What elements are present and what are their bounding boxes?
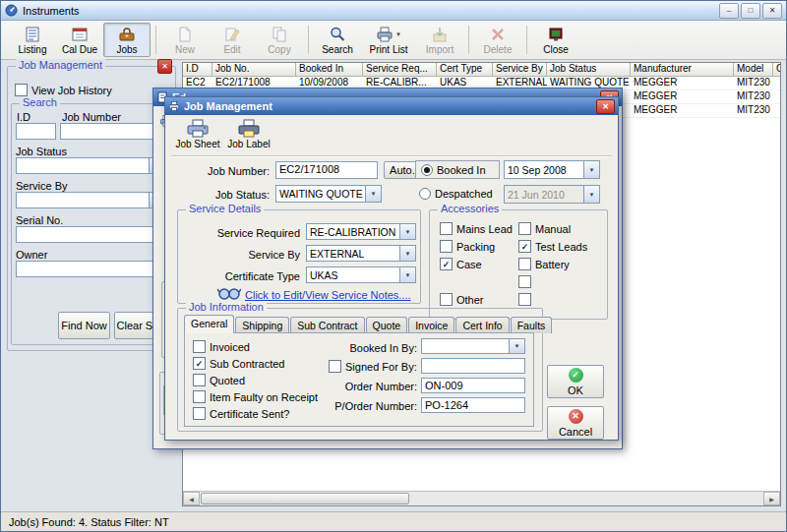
invoiced-checkbox[interactable]: Invoiced — [193, 340, 250, 353]
test-leads-checkbox[interactable]: ✓Test Leads — [518, 240, 587, 253]
tab-faults[interactable]: Faults — [511, 317, 553, 333]
quoted-box[interactable] — [193, 374, 206, 386]
copy-button[interactable]: Copy — [256, 23, 303, 57]
certificate-sent-box[interactable] — [193, 407, 206, 420]
col-header[interactable]: Service By — [493, 63, 547, 77]
porder-number-input[interactable]: PO-1264 — [421, 397, 525, 413]
order-number-input[interactable]: ON-009 — [421, 378, 525, 393]
col-header[interactable]: Job No. — [212, 63, 296, 77]
cal-due-button[interactable]: Cal Due — [56, 23, 103, 57]
col-header[interactable]: Model — [734, 63, 773, 77]
despatched-radio[interactable]: Despatched — [419, 188, 493, 200]
view-job-history-box[interactable] — [15, 84, 28, 96]
item-faulty-box[interactable] — [193, 390, 206, 403]
dropdown-arrow-icon[interactable]: ▼ — [583, 161, 599, 178]
despatched-radio-dot[interactable] — [419, 188, 431, 200]
find-now-button[interactable]: Find Now — [58, 312, 110, 339]
tab-cert-info[interactable]: Cert Info — [455, 317, 509, 333]
tab-sub-contract[interactable]: Sub Contract — [290, 317, 364, 333]
col-header[interactable]: I.D — [183, 63, 212, 77]
scroll-left-icon[interactable]: ◀ — [183, 492, 200, 505]
tab-general[interactable]: General — [184, 315, 234, 333]
close-toolbar-button[interactable]: Close — [532, 23, 579, 57]
dialog-close-button[interactable]: ✕ — [596, 99, 615, 114]
new-button[interactable]: New — [161, 23, 209, 57]
blank-checkbox[interactable] — [518, 275, 531, 288]
ok-button[interactable]: ✓ OK — [547, 365, 604, 398]
booked-in-date-combo[interactable]: 10 Sep 2008 ▼ — [504, 160, 600, 179]
blank-box[interactable] — [518, 293, 531, 306]
blank-checkbox[interactable] — [518, 293, 531, 306]
mains-lead-checkbox[interactable]: Mains Lead — [440, 222, 513, 235]
col-header[interactable]: Booked In — [296, 63, 363, 77]
dlg-job-status-combo[interactable]: WAITING QUOTE ▼ — [275, 185, 382, 203]
case-checkbox[interactable]: ✓Case — [440, 258, 482, 270]
panel-close-button[interactable]: ✕ — [157, 59, 172, 74]
invoiced-box[interactable] — [193, 340, 206, 353]
scrollbar-thumb[interactable] — [201, 493, 409, 504]
packing-box[interactable] — [440, 240, 453, 253]
col-header[interactable]: Job Status — [547, 63, 631, 77]
listing-button[interactable]: Listing — [9, 23, 56, 57]
serial-no-input[interactable] — [16, 226, 165, 243]
id-input[interactable] — [16, 123, 56, 140]
job-label-button[interactable]: Job Label — [224, 119, 273, 152]
test-leads-box[interactable]: ✓ — [518, 240, 531, 253]
view-job-history-checkbox[interactable]: View Job History — [15, 84, 112, 96]
certificate-sent-checkbox[interactable]: Certificate Sent? — [193, 407, 289, 420]
certificate-type-combo[interactable]: UKAS ▼ — [306, 266, 416, 283]
col-header[interactable]: C... — [773, 63, 781, 77]
service-notes-link[interactable]: Click to Edit/View Service Notes.... — [245, 289, 411, 301]
search-button[interactable]: Search — [314, 23, 361, 57]
cancel-button[interactable]: ✕ Cancel — [547, 406, 604, 440]
dropdown-arrow-icon[interactable]: ▼ — [509, 339, 524, 353]
jobs-button[interactable]: Jobs — [103, 23, 151, 57]
tab-invoice[interactable]: Invoice — [408, 317, 454, 333]
col-header[interactable]: Cert Type — [437, 63, 493, 77]
job-number-input[interactable] — [60, 123, 165, 140]
booked-in-radio-dot[interactable] — [421, 164, 433, 176]
booked-in-radio[interactable]: Booked In — [415, 160, 500, 179]
close-button[interactable]: ✕ — [762, 3, 782, 19]
job-sheet-button[interactable]: Job Sheet — [173, 119, 222, 152]
dropdown-arrow-icon[interactable]: ▼ — [399, 224, 415, 239]
dropdown-arrow-icon[interactable]: ▼ — [583, 186, 599, 203]
tab-quote[interactable]: Quote — [366, 317, 408, 333]
blank-box[interactable] — [518, 275, 531, 288]
other-box[interactable] — [440, 293, 453, 306]
battery-box[interactable] — [518, 258, 531, 270]
service-required-combo[interactable]: RE-CALIBRATION ▼ — [306, 223, 416, 240]
sub-contracted-checkbox[interactable]: ✓Sub Contracted — [193, 357, 284, 370]
col-header[interactable]: Service Req... — [363, 63, 437, 77]
job-status-combo[interactable]: ▼ — [16, 157, 165, 174]
manual-checkbox[interactable]: Manual — [518, 222, 571, 235]
case-box[interactable]: ✓ — [440, 258, 453, 270]
packing-checkbox[interactable]: Packing — [440, 240, 495, 253]
item-faulty-checkbox[interactable]: Item Faulty on Receipt — [193, 390, 318, 403]
dlg-job-number-input[interactable]: EC2/171008 — [275, 161, 378, 179]
signed-for-box[interactable] — [329, 360, 341, 373]
col-header[interactable]: Manufacturer — [631, 63, 734, 77]
other-checkbox[interactable]: Other — [440, 293, 484, 306]
dropdown-arrow-icon[interactable]: ▼ — [399, 246, 415, 261]
minimize-button[interactable]: – — [719, 3, 739, 19]
dropdown-arrow-icon[interactable]: ▼ — [365, 186, 381, 202]
signed-for-checkbox[interactable]: Signed For By: — [329, 360, 417, 373]
print-list-dropdown-icon[interactable]: ▼ — [395, 31, 401, 37]
print-list-button[interactable]: ▼ Print List — [361, 23, 416, 57]
import-button[interactable]: Import — [416, 23, 463, 57]
maximize-button[interactable]: □ — [741, 3, 760, 19]
booked-in-by-combo[interactable]: ▼ — [421, 338, 525, 354]
signed-for-input[interactable] — [421, 358, 525, 374]
dropdown-arrow-icon[interactable]: ▼ — [399, 267, 415, 282]
mains-lead-box[interactable] — [440, 222, 453, 235]
despatched-date-combo[interactable]: 21 Jun 2010 ▼ — [504, 185, 600, 204]
scroll-right-icon[interactable]: ▶ — [763, 492, 780, 505]
delete-button[interactable]: Delete — [474, 23, 521, 57]
sub-contracted-box[interactable]: ✓ — [193, 357, 206, 370]
manual-box[interactable] — [518, 222, 531, 235]
edit-button[interactable]: Edit — [209, 23, 256, 57]
quoted-checkbox[interactable]: Quoted — [193, 374, 245, 386]
service-by-combo[interactable]: ▼ — [16, 192, 165, 208]
horizontal-scrollbar[interactable]: ◀ ▶ — [183, 491, 780, 505]
